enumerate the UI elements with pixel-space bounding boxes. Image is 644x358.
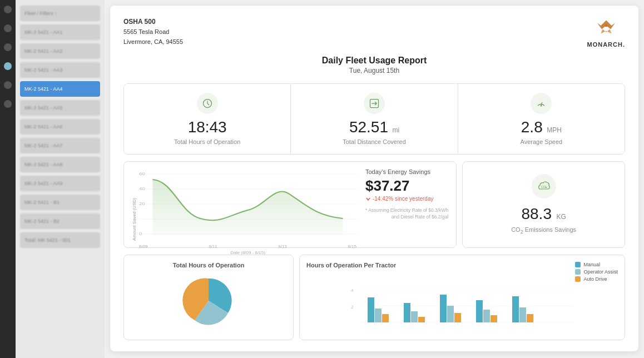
x-axis-labels: 8/09 8/11 8/13 8/15 — [139, 243, 356, 249]
left-panel: Fleet / Filters ↑ MK-2 5421 - AA1 MK-2 5… — [16, 0, 105, 358]
energy-change-text: -14.42% since yesterday — [373, 196, 434, 202]
stat-card-distance: 52.51 mi Total Distance Covered — [291, 84, 458, 154]
list-item[interactable]: MK-2 5421 - B1 — [20, 195, 100, 210]
list-item[interactable]: MK-2 5421 - AA2 — [20, 43, 100, 59]
legend-label-operator: Operator Assist — [583, 269, 618, 275]
report-card: OSHA 500 5565 Tesla Road Livermore, CA, … — [110, 6, 638, 351]
svg-text:60: 60 — [139, 171, 145, 176]
sidebar-item-6[interactable] — [4, 100, 12, 108]
monarch-logo-text: MONARCH. — [587, 41, 626, 48]
energy-chart-card: Amount Saved (USD) — [123, 161, 457, 248]
sidebar — [0, 0, 16, 358]
stat-card-hours: 18:43 Total Hours of Operation — [124, 84, 291, 154]
list-item-active[interactable]: MK-2 5421 - AA4 — [20, 81, 100, 97]
x-label-4: 8/15 — [348, 244, 356, 249]
pie-card-title: Total Hours of Operation — [131, 262, 286, 268]
energy-savings-change: -14.42% since yesterday — [365, 196, 434, 202]
report-address: OSHA 500 5565 Tesla Road Livermore, CA, … — [123, 17, 183, 47]
company-name: OSHA 500 — [123, 17, 183, 27]
svg-rect-33 — [527, 314, 533, 322]
svg-rect-25 — [440, 295, 447, 322]
report-header: OSHA 500 5565 Tesla Road Livermore, CA, … — [123, 17, 625, 48]
energy-savings-section: Today's Energy Savings $37.27 -14.42% si… — [365, 168, 448, 221]
report-title: Daily Fleet Usage Report — [123, 56, 625, 66]
energy-savings-note: * Assuming Electricity Rate of $0.3/kWha… — [365, 207, 448, 221]
svg-text:40: 40 — [139, 186, 145, 191]
svg-rect-19 — [368, 297, 374, 322]
distance-value: 52.51 — [349, 118, 388, 136]
svg-rect-21 — [382, 314, 389, 322]
energy-savings-label: Today's Energy Savings — [365, 168, 430, 175]
stat-card-speed: 2.8 MPH Average Speed — [458, 84, 625, 154]
bar-chart-svg: 4 2 — [306, 286, 618, 331]
list-item[interactable]: MK-2 5421 - B2 — [20, 213, 100, 229]
svg-text:CO₂: CO₂ — [541, 185, 547, 188]
list-item[interactable]: MK-2 5421 - AA1 — [20, 24, 100, 40]
co2-card: CO₂ 88.3 KG CO2 Emissions Savings — [462, 161, 625, 248]
chart-area-wrap: Amount Saved (USD) — [132, 168, 356, 241]
x-axis-title: Date (8/09 - 8/15) — [139, 250, 356, 255]
sidebar-item-2[interactable] — [4, 24, 12, 32]
legend-color-auto — [575, 276, 581, 282]
hours-icon — [197, 93, 218, 114]
list-item[interactable]: MK-2 5421 - AA8 — [20, 157, 100, 172]
list-item-total[interactable]: Total: MK 5421 - 001 — [20, 232, 100, 248]
address-line1: 5565 Tesla Road — [123, 27, 183, 37]
co2-value: 88.3 — [521, 205, 552, 222]
x-label-1: 8/09 — [139, 244, 148, 249]
legend-item-manual: Manual — [575, 262, 618, 267]
line-chart-section: Amount Saved (USD) — [132, 168, 356, 241]
speed-unit: MPH — [547, 126, 562, 134]
legend-item-operator: Operator Assist — [575, 269, 618, 275]
svg-rect-20 — [375, 309, 382, 322]
speed-label: Average Speed — [521, 138, 563, 145]
co2-unit: KG — [556, 213, 566, 221]
svg-rect-31 — [512, 296, 519, 322]
pie-card: Total Hours of Operation — [123, 255, 294, 340]
list-item[interactable]: MK-2 5421 - AA6 — [20, 119, 100, 135]
energy-savings-value: $37.27 — [365, 177, 410, 195]
hours-label: Total Hours of Operation — [174, 138, 240, 145]
legend-color-manual — [575, 262, 581, 267]
svg-point-0 — [605, 24, 607, 27]
svg-rect-30 — [491, 315, 497, 322]
bottom-row: Total Hours of Operation Hou — [123, 255, 625, 340]
list-item[interactable]: MK-2 5421 - AA3 — [20, 62, 100, 78]
monarch-logo-icon — [593, 17, 620, 39]
list-item[interactable]: MK-2 5421 - AA9 — [20, 176, 100, 191]
co2-label: CO2 Emissions Savings — [511, 226, 576, 235]
legend-item-auto: Auto Drive — [575, 276, 618, 282]
bar-card-header: Hours of Operation Per Tractor Manual Op… — [306, 262, 618, 282]
co2-icon: CO₂ — [532, 174, 556, 198]
left-panel-header[interactable]: Fleet / Filters ↑ — [20, 6, 100, 21]
list-item[interactable]: MK-2 5421 - AA5 — [20, 100, 100, 116]
monarch-logo: MONARCH. — [587, 17, 626, 48]
sidebar-item-5[interactable] — [4, 81, 12, 89]
sidebar-item-4[interactable] — [4, 62, 12, 70]
stat-cards-row: 18:43 Total Hours of Operation 52.51 mi … — [123, 83, 625, 155]
svg-rect-29 — [483, 310, 490, 322]
speed-value: 2.8 — [521, 118, 543, 136]
svg-rect-26 — [447, 306, 454, 322]
list-item[interactable]: MK-2 5421 - AA7 — [20, 138, 100, 153]
svg-rect-28 — [476, 300, 483, 322]
sidebar-item-1[interactable] — [4, 6, 12, 13]
down-arrow-icon — [365, 196, 371, 202]
svg-text:2: 2 — [351, 305, 354, 310]
distance-value-wrap: 52.51 mi — [349, 120, 399, 135]
svg-rect-22 — [404, 303, 410, 322]
distance-label: Total Distance Covered — [343, 138, 406, 145]
hours-value-wrap: 18:43 — [188, 120, 227, 135]
svg-text:20: 20 — [139, 201, 145, 206]
charts-row: Amount Saved (USD) — [123, 161, 625, 248]
sidebar-item-3[interactable] — [4, 43, 12, 51]
report-title-section: Daily Fleet Usage Report Tue, August 15t… — [123, 56, 625, 74]
svg-rect-24 — [418, 317, 425, 322]
svg-rect-23 — [411, 311, 418, 322]
svg-rect-32 — [519, 307, 526, 322]
pie-chart-svg — [178, 273, 239, 329]
address-line2: Livermore, CA, 94555 — [123, 37, 183, 47]
svg-point-3 — [541, 105, 542, 107]
svg-text:0: 0 — [139, 231, 142, 236]
bar-card: Hours of Operation Per Tractor Manual Op… — [299, 255, 625, 340]
